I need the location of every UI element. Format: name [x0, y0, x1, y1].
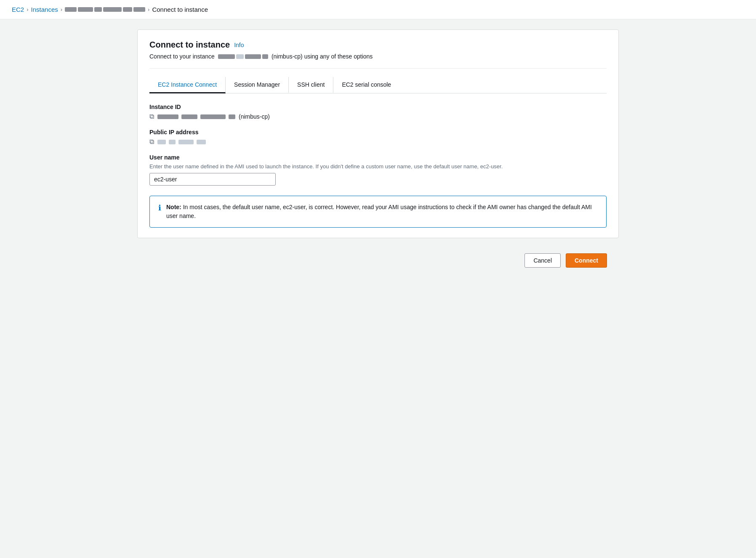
user-name-input[interactable]: [149, 173, 276, 186]
connect-card: Connect to instance Info Connect to your…: [137, 29, 619, 238]
subtitle-prefix: Connect to your instance: [149, 53, 215, 60]
info-circle-icon: ℹ: [158, 203, 161, 213]
instance-id-suffix: (nimbus-cp): [239, 113, 270, 120]
connect-button[interactable]: Connect: [566, 253, 607, 268]
info-link[interactable]: Info: [234, 42, 244, 48]
public-ip-value-row: ⧉: [149, 138, 607, 146]
instance-id-redacted: [157, 114, 235, 119]
user-name-description: Enter the user name defined in the AMI u…: [149, 163, 607, 170]
breadcrumb-ec2[interactable]: EC2: [12, 6, 24, 13]
tab-ec2-instance-connect[interactable]: EC2 Instance Connect: [149, 77, 226, 93]
tab-session-manager[interactable]: Session Manager: [226, 77, 289, 93]
breadcrumb-sep-1: ›: [27, 6, 28, 13]
breadcrumb-bar: EC2 › Instances › › Connect to instance: [0, 0, 756, 19]
instance-id-value-row: ⧉ (nimbus-cp): [149, 113, 607, 120]
page-subtitle: Connect to your instance (nimbus-cp) usi…: [149, 53, 607, 60]
public-ip-label: Public IP address: [149, 129, 607, 136]
copy-instance-id-icon[interactable]: ⧉: [149, 113, 154, 120]
user-name-label: User name: [149, 154, 607, 161]
copy-ip-icon[interactable]: ⧉: [149, 138, 154, 146]
user-name-section: User name Enter the user name defined in…: [149, 154, 607, 186]
cancel-button[interactable]: Cancel: [524, 253, 561, 268]
page-title: Connect to instance: [149, 40, 230, 50]
note-bold: Note:: [166, 204, 181, 210]
subtitle-suffix: (nimbus-cp) using any of these options: [272, 53, 373, 60]
note-box: ℹ Note: In most cases, the default user …: [149, 196, 607, 228]
breadcrumb-sep-2: ›: [61, 6, 62, 13]
instance-id-section: Instance ID ⧉ (nimbus-cp): [149, 104, 607, 120]
breadcrumb-current: Connect to instance: [152, 6, 208, 13]
instance-id-label: Instance ID: [149, 104, 607, 110]
note-text: Note: In most cases, the default user na…: [166, 203, 598, 221]
tab-ssh-client[interactable]: SSH client: [289, 77, 333, 93]
breadcrumb-instances[interactable]: Instances: [31, 6, 58, 13]
subtitle-instance-id: [218, 54, 268, 59]
footer-row: Cancel Connect: [137, 247, 619, 274]
breadcrumb-instance-id: [65, 7, 145, 12]
public-ip-redacted: [157, 140, 206, 144]
note-body: In most cases, the default user name, ec…: [166, 204, 592, 219]
tabs-row: EC2 Instance Connect Session Manager SSH…: [149, 77, 607, 93]
divider: [149, 68, 607, 69]
page-title-row: Connect to instance Info: [149, 40, 607, 50]
tab-ec2-serial-console[interactable]: EC2 serial console: [333, 77, 399, 93]
breadcrumb-sep-3: ›: [148, 6, 149, 13]
public-ip-section: Public IP address ⧉: [149, 129, 607, 146]
main-content: Connect to instance Info Connect to your…: [125, 19, 631, 284]
